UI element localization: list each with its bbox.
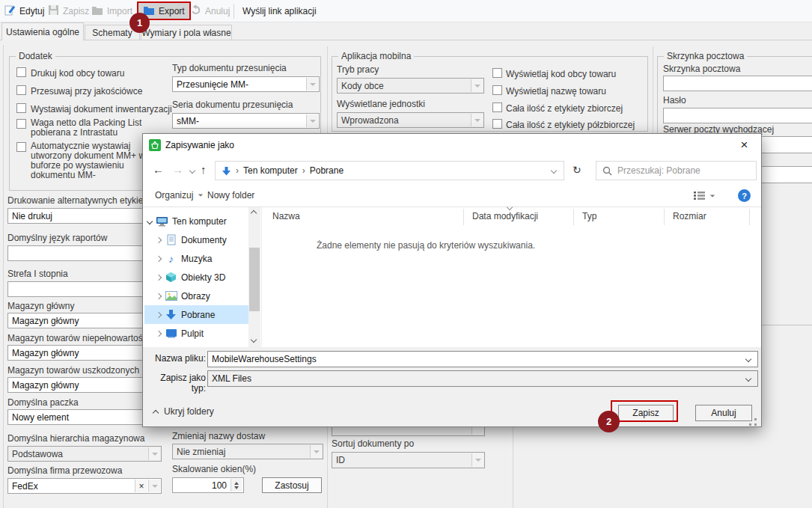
tree-item-muzyka[interactable]: ♪ Muzyka bbox=[144, 249, 249, 268]
chevron-down-icon[interactable] bbox=[471, 79, 483, 92]
apply-button[interactable]: Zastosuj bbox=[262, 477, 322, 493]
field-label: Magazyn główny bbox=[7, 301, 74, 311]
tree-item-dokumenty[interactable]: Dokumenty bbox=[144, 230, 249, 249]
hide-folders-toggle[interactable]: Ukryj foldery bbox=[153, 406, 214, 417]
tree-item-ten-komputer[interactable]: Ten komputer bbox=[144, 212, 249, 230]
column-separator[interactable] bbox=[664, 209, 665, 225]
carrier-combo[interactable]: FedEx × bbox=[7, 478, 162, 494]
chevron-right-icon[interactable] bbox=[156, 255, 162, 261]
tree-item-pobrane[interactable]: Pobrane bbox=[144, 305, 249, 324]
column-separator[interactable] bbox=[749, 209, 750, 225]
clear-icon[interactable]: × bbox=[135, 480, 147, 492]
save-as-dialog: Zapisywanie jako × ← → ↑ › Ten komputer … bbox=[142, 133, 762, 427]
displayed-units-combo[interactable]: Wprowadzona bbox=[337, 112, 484, 128]
chevron-down-icon[interactable] bbox=[147, 218, 153, 224]
breadcrumb[interactable]: › Ten komputer › Pobrane bbox=[215, 161, 564, 180]
substandard-warehouse-combo[interactable]: Magazyn główny bbox=[7, 345, 161, 361]
checkbox-drukuj-kod-obcy[interactable] bbox=[16, 67, 26, 77]
checkbox-automatycznie-mm[interactable] bbox=[16, 142, 26, 152]
save-button[interactable]: Zapisz bbox=[48, 3, 89, 19]
refresh-icon[interactable]: ↻ bbox=[573, 164, 581, 176]
tree-item-pulpit[interactable]: Pulpit bbox=[144, 324, 249, 343]
checkbox-dokument-inwentaryzacji[interactable] bbox=[16, 103, 26, 113]
column-header-rozmiar[interactable]: Rozmiar bbox=[673, 211, 706, 221]
damaged-warehouse-combo[interactable]: Magazyn główny bbox=[7, 377, 161, 393]
zone-input[interactable] bbox=[7, 281, 161, 297]
import-button[interactable]: Import bbox=[91, 3, 132, 19]
chevron-right-icon[interactable] bbox=[156, 311, 162, 317]
chevron-down-icon[interactable] bbox=[745, 356, 751, 362]
organize-menu[interactable]: Organizuj bbox=[155, 190, 204, 201]
view-toggle[interactable] bbox=[693, 191, 715, 201]
forward-icon[interactable]: → bbox=[172, 163, 183, 176]
chevron-down-icon[interactable] bbox=[471, 114, 483, 126]
sort-documents-combo[interactable]: ID bbox=[332, 452, 485, 468]
scrollbar-thumb[interactable] bbox=[249, 248, 260, 311]
work-mode-combo[interactable]: Kody obce bbox=[337, 78, 484, 94]
checkbox-wyswietlaj-kod-obcy[interactable] bbox=[492, 68, 502, 78]
rename-deliveries-combo[interactable]: Nie zmieniaj bbox=[172, 444, 323, 459]
chevron-right-icon[interactable] bbox=[156, 293, 162, 299]
breadcrumb-chevron-icon[interactable] bbox=[551, 168, 557, 174]
tab-dimensions-custom-fields[interactable]: Wymiary i pola własne bbox=[141, 25, 232, 40]
edit-button[interactable]: Edytuj bbox=[4, 3, 44, 19]
new-folder-button[interactable]: Nowy folder bbox=[207, 190, 254, 201]
breadcrumb-current[interactable]: Pobrane bbox=[310, 165, 344, 176]
checkbox-wyswietlaj-nazwe[interactable] bbox=[492, 85, 502, 95]
back-icon[interactable]: ← bbox=[153, 163, 164, 176]
tree-item-obrazy[interactable]: Obrazy bbox=[144, 287, 249, 305]
chevron-down-icon[interactable] bbox=[306, 78, 318, 91]
chevron-down-icon[interactable] bbox=[745, 376, 751, 382]
close-icon[interactable]: × bbox=[727, 134, 761, 156]
tab-general-settings[interactable]: Ustawienia ogólne bbox=[1, 22, 84, 40]
search-box[interactable]: Przeszukaj: Pobrane bbox=[596, 161, 757, 180]
chevron-right-icon[interactable] bbox=[156, 330, 162, 336]
dialog-save-button[interactable]: Zapisz bbox=[618, 405, 674, 421]
chevron-down-icon[interactable] bbox=[148, 447, 160, 460]
doc-type-combo[interactable]: Przesunięcie MM- bbox=[172, 76, 320, 92]
spin-down-icon[interactable] bbox=[234, 486, 239, 489]
password-input[interactable] bbox=[663, 108, 812, 123]
dialog-cancel-button[interactable]: Anuluj bbox=[695, 405, 752, 421]
checkbox-waga-netto[interactable] bbox=[16, 119, 26, 129]
column-header-data-modyfikacji[interactable]: Data modyfikacji bbox=[472, 211, 538, 221]
checkbox-ilosc-zbiorcza[interactable] bbox=[492, 102, 502, 112]
filetype-select[interactable]: XML Files bbox=[207, 370, 758, 387]
report-language-input[interactable] bbox=[7, 245, 161, 261]
column-header-nazwa[interactable]: Nazwa bbox=[272, 211, 300, 221]
warehouse-hierarchy-combo[interactable]: Podstawowa bbox=[7, 446, 162, 462]
scroll-down-icon[interactable] bbox=[251, 337, 257, 343]
tree-item-obiekty-3d[interactable]: Obiekty 3D bbox=[144, 268, 249, 287]
pictures-icon bbox=[165, 291, 177, 301]
column-header-typ[interactable]: Typ bbox=[582, 211, 596, 221]
breadcrumb-root[interactable]: Ten komputer bbox=[243, 165, 298, 176]
default-package-combo[interactable]: Nowy element bbox=[7, 409, 161, 425]
window-scale-stepper[interactable]: 100 bbox=[172, 477, 244, 493]
up-icon[interactable]: ↑ bbox=[201, 163, 207, 176]
dialog-titlebar[interactable]: Zapisywanie jako × bbox=[143, 134, 761, 156]
doc-series-combo[interactable]: sMM- bbox=[172, 113, 320, 129]
spin-up-icon[interactable] bbox=[234, 482, 239, 485]
main-toolbar: Edytuj Zapisz Import Export Anuluj Wyśli… bbox=[0, 0, 812, 22]
chevron-right-icon[interactable] bbox=[156, 236, 162, 242]
resize-grip[interactable] bbox=[749, 418, 757, 426]
filename-input[interactable]: MobileWarehouseSettings bbox=[207, 351, 758, 367]
alt-labels-combo[interactable]: Nie drukuj bbox=[7, 208, 161, 224]
checkbox-przesuwaj-jakosciowka[interactable] bbox=[16, 85, 26, 95]
scroll-up-icon[interactable] bbox=[251, 210, 257, 216]
tree-scrollbar[interactable] bbox=[248, 207, 260, 347]
column-separator[interactable] bbox=[573, 209, 574, 225]
checkbox-label: Drukuj kod obcy towaru bbox=[31, 68, 124, 79]
cancel-button[interactable]: Anuluj bbox=[190, 3, 230, 19]
column-separator[interactable] bbox=[463, 209, 464, 225]
checkbox-ilosc-polzbiorcza[interactable] bbox=[492, 119, 502, 129]
chevron-down-icon[interactable] bbox=[306, 114, 318, 127]
chevron-down-icon[interactable] bbox=[471, 453, 483, 467]
chevron-down-icon[interactable] bbox=[310, 445, 322, 458]
send-app-link-button[interactable]: Wyślij link aplikacji bbox=[242, 3, 317, 19]
main-warehouse-combo[interactable]: Magazyn główny bbox=[7, 313, 161, 328]
help-icon[interactable]: ? bbox=[738, 189, 751, 202]
chevron-right-icon[interactable] bbox=[156, 274, 162, 280]
chevron-down-icon[interactable] bbox=[148, 480, 160, 492]
mailbox-input[interactable] bbox=[663, 76, 812, 91]
